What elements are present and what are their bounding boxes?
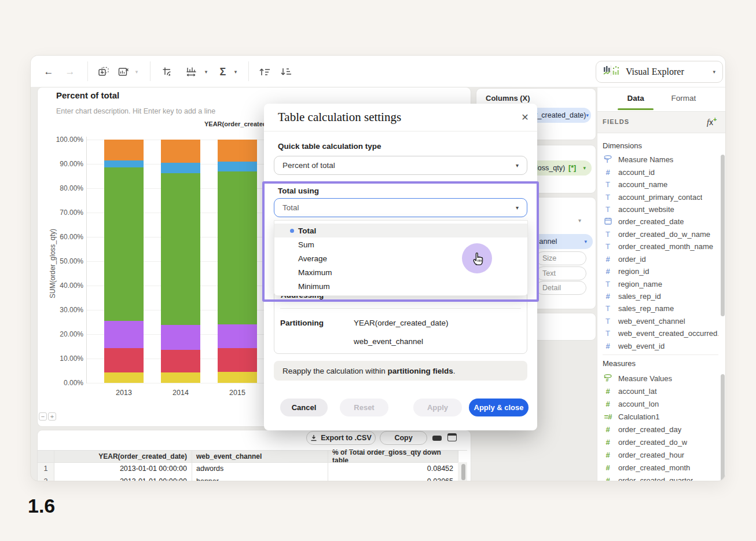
bar-segment-segment-red[interactable] <box>104 348 144 372</box>
bar-segment-segment-green[interactable] <box>218 171 257 325</box>
field-item[interactable]: Tregion_name <box>603 277 718 290</box>
text-shelf[interactable]: Text <box>536 266 586 280</box>
menu-option-maximum[interactable]: Maximum <box>274 265 527 279</box>
field-item[interactable]: Tsales_rep_name <box>603 302 718 315</box>
cancel-button[interactable]: Cancel <box>280 399 328 416</box>
table-header-cell[interactable] <box>38 450 54 462</box>
chart-description-placeholder[interactable]: Enter chart description. Hit Enter key t… <box>56 107 215 115</box>
menu-option-total[interactable]: Total <box>274 224 527 237</box>
column-divider <box>192 450 192 481</box>
table-header-cell[interactable]: % of Total order_gloss_qty down table <box>328 450 458 462</box>
back-arrow-icon[interactable]: ← <box>41 64 57 80</box>
table-cell: banner <box>192 475 328 481</box>
field-item[interactable]: #account_lon <box>603 398 718 411</box>
toolbar-divider <box>248 61 249 81</box>
zoom-out-button[interactable]: − <box>39 412 47 421</box>
measures-scrollbar-thumb[interactable] <box>721 374 725 481</box>
number-icon: # <box>603 255 613 264</box>
field-item[interactable]: order_created_date <box>603 215 718 228</box>
bar-segment-segment-purple[interactable] <box>161 325 200 349</box>
apply-close-button[interactable]: Apply & close <box>469 399 529 416</box>
field-item[interactable]: Taccount_primary_contact <box>603 191 718 203</box>
sort-ascending-icon[interactable] <box>256 64 273 80</box>
close-icon[interactable]: ✕ <box>519 111 531 124</box>
field-name: order_id <box>618 255 646 264</box>
field-item[interactable]: #order_created_month <box>603 461 718 474</box>
maximize-table-icon[interactable] <box>447 433 457 441</box>
bar-segment-segment-red[interactable] <box>161 350 200 372</box>
minimize-table-icon[interactable] <box>432 436 442 441</box>
field-item[interactable]: #region_id <box>603 265 718 277</box>
menu-option-minimum[interactable]: Minimum <box>274 279 527 293</box>
figure-label: 1.6 <box>28 495 55 517</box>
aggregate-chevron-icon[interactable]: ▾ <box>227 64 244 80</box>
field-item[interactable]: Tweb_event_channel <box>603 315 718 327</box>
number-icon: # <box>603 342 613 350</box>
field-item[interactable]: Taccount_website <box>603 203 718 215</box>
swap-axes-icon[interactable] <box>159 64 175 80</box>
reset-button[interactable]: Reset <box>340 399 388 416</box>
zoom-in-button[interactable]: + <box>48 412 56 421</box>
bar-segment-segment-orange[interactable] <box>161 140 200 163</box>
quick-calc-select[interactable]: Percent of total ▾ <box>274 156 527 175</box>
dimensions-list: TMeasure Names#account_idTaccount_nameTa… <box>603 153 718 352</box>
bar-segment-segment-blue[interactable] <box>218 162 257 171</box>
field-item[interactable]: #order_created_hour <box>603 448 718 461</box>
bar-segment-segment-blue[interactable] <box>161 163 200 173</box>
marks-type-chevron-icon[interactable]: ▾ <box>578 217 581 224</box>
field-item[interactable]: #order_created_do_w <box>603 436 718 448</box>
bar-width-chevron-icon[interactable]: ▾ <box>198 64 214 80</box>
table-scrollbar-thumb[interactable] <box>461 464 465 480</box>
shelf-label: Size <box>542 254 556 262</box>
table-header-cell[interactable]: web_event_channel <box>192 450 328 462</box>
size-shelf[interactable]: Size <box>536 251 586 265</box>
bar-segment-segment-orange[interactable] <box>218 140 257 162</box>
bar-segment-segment-yellow[interactable] <box>161 372 200 383</box>
sort-descending-icon[interactable] <box>278 64 294 80</box>
field-item[interactable]: Tweb_event_created_occurred... <box>603 327 718 339</box>
toolbar-divider <box>87 61 88 81</box>
export-csv-button[interactable]: Export to .CSV <box>306 431 376 445</box>
bar-segment-segment-green[interactable] <box>104 167 144 321</box>
create-calculation-icon[interactable]: fx+ <box>707 116 717 127</box>
apply-button[interactable]: Apply <box>413 399 462 416</box>
field-item[interactable]: #account_lat <box>603 385 718 398</box>
chart-title[interactable]: Percent of total <box>56 90 119 100</box>
tab-data[interactable]: Data <box>627 94 644 103</box>
total-using-select[interactable]: Total ▾ <box>274 198 527 217</box>
field-item[interactable]: #order_created_quarter <box>603 474 718 481</box>
field-item[interactable]: #order_id <box>603 253 718 265</box>
remove-chart-chevron-icon[interactable]: ▾ <box>129 64 145 80</box>
detail-shelf[interactable]: Detail <box>536 281 586 295</box>
copy-label: Copy <box>394 434 412 442</box>
bar-segment-segment-purple[interactable] <box>104 321 144 348</box>
field-item[interactable]: Torder_created_do_w_name <box>603 228 718 240</box>
bar-segment-segment-blue[interactable] <box>104 160 144 167</box>
number-icon: # <box>603 425 613 434</box>
bar-segment-segment-purple[interactable] <box>218 324 257 348</box>
copy-button[interactable]: Copy <box>380 431 427 445</box>
bar-segment-segment-yellow[interactable] <box>218 372 257 383</box>
duplicate-chart-icon[interactable] <box>96 64 112 80</box>
forward-arrow-icon[interactable]: → <box>62 64 78 80</box>
field-item[interactable]: =#Calculation1 <box>603 411 718 423</box>
toolbar: ← → ▾ ▾ Σ ▾ Visual Explor <box>31 56 726 87</box>
tab-format[interactable]: Format <box>671 94 696 103</box>
field-item[interactable]: #Measure Values <box>603 372 718 385</box>
dimensions-scrollbar-thumb[interactable] <box>721 155 725 316</box>
app-switcher-select[interactable]: Visual Explorer ▾ <box>596 61 723 83</box>
field-item[interactable]: Torder_created_month_name <box>603 240 718 253</box>
field-item[interactable]: #order_created_day <box>603 423 718 436</box>
field-item[interactable]: #account_id <box>603 166 718 178</box>
field-item[interactable]: #sales_rep_id <box>603 290 718 302</box>
field-item[interactable]: #web_event_id <box>603 340 718 352</box>
field-item[interactable]: TMeasure Names <box>603 153 718 166</box>
total-using-label: Total using <box>278 187 319 195</box>
bar-segment-segment-yellow[interactable] <box>104 372 144 383</box>
bar-segment-segment-orange[interactable] <box>104 140 144 160</box>
table-header-cell[interactable]: YEAR(order_created_date) <box>54 450 192 462</box>
field-item[interactable]: Taccount_name <box>603 178 718 191</box>
bar-segment-segment-green[interactable] <box>161 173 200 326</box>
note-suffix: . <box>453 367 456 375</box>
bar-segment-segment-red[interactable] <box>218 348 257 372</box>
